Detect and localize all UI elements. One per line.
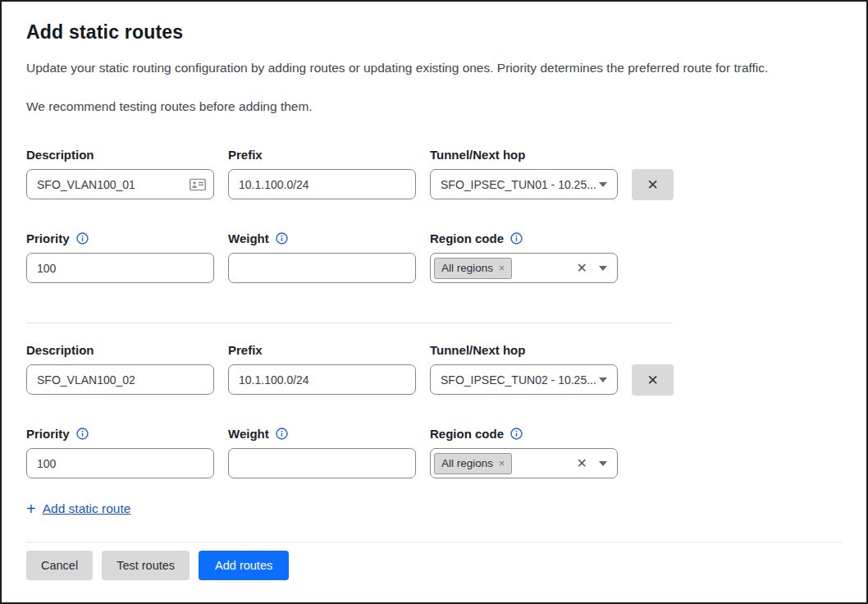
description-label: Description <box>26 147 214 162</box>
priority-label: Priority <box>26 231 70 246</box>
prefix-label: Prefix <box>228 147 416 162</box>
description-field-2: Description <box>26 342 214 395</box>
region-chip-label: All regions <box>441 262 493 275</box>
region-field-1: Region code All regions × ✕ <box>430 231 618 283</box>
prefix-field-1: Prefix <box>228 147 416 199</box>
info-circle-icon[interactable] <box>276 428 288 440</box>
info-circle-icon[interactable] <box>510 428 523 440</box>
route-divider <box>26 323 672 323</box>
priority-label: Priority <box>26 426 70 442</box>
weight-label: Weight <box>228 426 269 442</box>
description-input[interactable] <box>26 364 214 395</box>
page-title: Add static routes <box>26 21 842 43</box>
info-circle-icon[interactable] <box>276 232 288 245</box>
route-block-2: Description Prefix Tunnel/Next hop SFO_I… <box>26 342 842 478</box>
cancel-button[interactable]: Cancel <box>26 551 93 580</box>
dialog-description: Update your static routing configuration… <box>26 60 842 76</box>
contact-card-icon <box>190 178 206 190</box>
tunnel-select-value: SFO_IPSEC_TUN01 - 10.25... <box>441 178 596 191</box>
dialog-note: We recommend testing routes before addin… <box>26 98 842 114</box>
tunnel-field-1: Tunnel/Next hop SFO_IPSEC_TUN01 - 10.25.… <box>430 147 618 199</box>
region-label: Region code <box>430 426 504 442</box>
region-chip-label: All regions <box>441 457 493 470</box>
add-static-route-link[interactable]: Add static route <box>43 501 131 516</box>
route-block-1: Description Prefix Tunnel/Next hop SFO_I… <box>26 147 842 283</box>
region-field-2: Region code All regions × ✕ <box>430 426 618 478</box>
clear-selection-icon[interactable]: ✕ <box>577 262 587 275</box>
weight-input[interactable] <box>228 448 416 478</box>
region-select[interactable]: All regions × ✕ <box>430 448 618 478</box>
chip-remove-icon[interactable]: × <box>499 457 505 470</box>
region-select[interactable]: All regions × ✕ <box>430 253 618 283</box>
chevron-down-icon <box>599 461 607 466</box>
tunnel-select[interactable]: SFO_IPSEC_TUN02 - 10.25... <box>430 364 618 395</box>
chevron-down-icon <box>599 182 607 187</box>
prefix-input[interactable] <box>228 364 416 395</box>
priority-input[interactable] <box>26 448 214 478</box>
chip-remove-icon[interactable]: × <box>499 262 505 275</box>
prefix-label: Prefix <box>228 342 416 358</box>
add-static-routes-dialog: Add static routes Update your static rou… <box>0 0 868 604</box>
plus-icon: + <box>26 501 36 516</box>
add-routes-button[interactable]: Add routes <box>199 551 289 580</box>
description-label: Description <box>26 342 214 358</box>
remove-route-button[interactable]: ✕ <box>632 364 674 396</box>
priority-field-2: Priority <box>26 426 214 478</box>
priority-field-1: Priority <box>26 231 214 283</box>
test-routes-button[interactable]: Test routes <box>102 551 190 580</box>
clear-selection-icon[interactable]: ✕ <box>577 457 587 470</box>
region-chip: All regions × <box>434 258 512 279</box>
tunnel-label: Tunnel/Next hop <box>430 147 618 162</box>
priority-input[interactable] <box>26 253 214 283</box>
info-circle-icon[interactable] <box>510 232 523 245</box>
weight-input[interactable] <box>228 253 416 283</box>
prefix-input[interactable] <box>228 169 416 199</box>
tunnel-field-2: Tunnel/Next hop SFO_IPSEC_TUN02 - 10.25.… <box>430 342 618 395</box>
info-circle-icon[interactable] <box>76 428 89 440</box>
weight-field-1: Weight <box>228 231 416 283</box>
tunnel-select[interactable]: SFO_IPSEC_TUN01 - 10.25... <box>430 169 618 199</box>
info-circle-icon[interactable] <box>76 232 89 245</box>
weight-label: Weight <box>228 231 269 246</box>
region-chip: All regions × <box>434 453 512 474</box>
tunnel-label: Tunnel/Next hop <box>430 342 618 358</box>
weight-field-2: Weight <box>228 426 416 478</box>
tunnel-select-value: SFO_IPSEC_TUN02 - 10.25... <box>441 373 596 387</box>
dialog-footer: Cancel Test routes Add routes <box>26 542 842 602</box>
prefix-field-2: Prefix <box>228 342 416 395</box>
region-label: Region code <box>430 231 504 246</box>
remove-route-button[interactable]: ✕ <box>632 169 674 200</box>
chevron-down-icon <box>599 378 607 382</box>
description-input[interactable] <box>26 169 214 199</box>
chevron-down-icon <box>599 266 607 271</box>
description-field-1: Description <box>26 147 214 199</box>
